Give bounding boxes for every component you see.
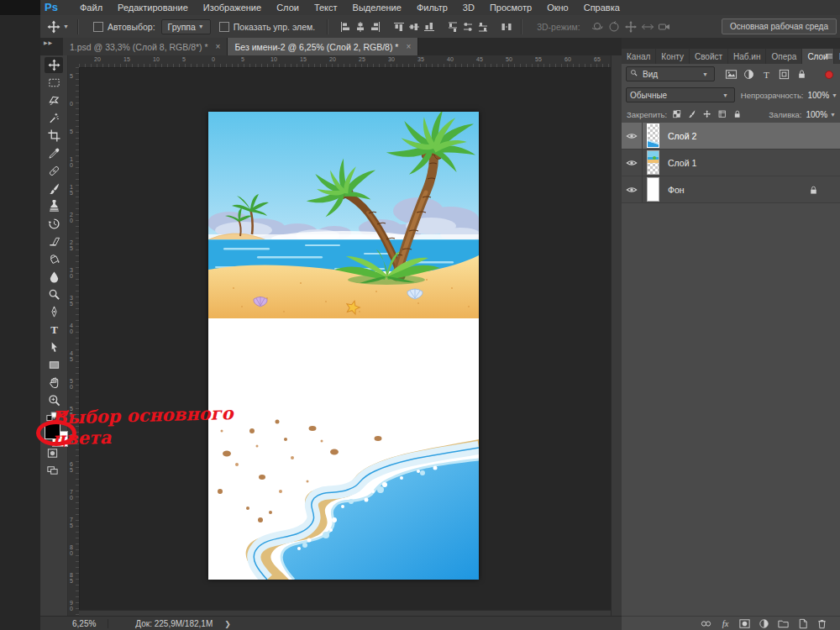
- type-filter-icon[interactable]: T: [760, 68, 773, 81]
- lock-artboard-icon[interactable]: [717, 109, 728, 120]
- document-tab-2[interactable]: Без имени-2 @ 6,25% (Слой 2, RGB/8) *×: [228, 38, 418, 55]
- menu-item-3[interactable]: Слои: [269, 3, 307, 13]
- distribute-vertical-centers-icon[interactable]: [462, 21, 474, 33]
- layer-filter-dropdown[interactable]: Вид ▼: [626, 66, 715, 81]
- distribute-bottom-icon[interactable]: [477, 21, 489, 33]
- chevron-down-icon[interactable]: ▼: [830, 112, 836, 118]
- layer-mask-icon[interactable]: [738, 617, 751, 630]
- path-selection-tool[interactable]: [45, 339, 63, 355]
- rectangular-marquee-tool[interactable]: [45, 75, 63, 91]
- rectangle-tool[interactable]: [45, 357, 63, 373]
- move-tool[interactable]: [45, 57, 63, 73]
- menu-item-8[interactable]: Просмотр: [482, 3, 539, 13]
- align-bottom-edges-icon[interactable]: [423, 21, 435, 33]
- layer-group-icon[interactable]: [777, 617, 790, 630]
- layer-thumbnail[interactable]: [647, 177, 659, 202]
- adjustment-layer-icon[interactable]: [758, 617, 770, 630]
- layer-style-icon[interactable]: fx: [719, 617, 732, 630]
- opacity-value[interactable]: 100%: [807, 91, 829, 100]
- clone-stamp-tool[interactable]: [45, 198, 63, 214]
- delete-layer-icon[interactable]: [816, 617, 828, 630]
- filter-toggle-light[interactable]: [825, 71, 833, 79]
- move-icon[interactable]: [47, 20, 60, 34]
- brush-tool[interactable]: [45, 181, 63, 197]
- panel-tab-Канал[interactable]: Канал: [622, 49, 656, 64]
- align-left-edges-icon[interactable]: [339, 21, 351, 33]
- menu-item-2[interactable]: Изображение: [196, 3, 269, 13]
- hand-tool[interactable]: [45, 375, 63, 391]
- eraser-tool[interactable]: [45, 234, 63, 249]
- auto-select-checkbox[interactable]: [93, 22, 103, 32]
- distribute-top-icon[interactable]: [447, 21, 459, 33]
- show-transform-controls-checkbox[interactable]: [219, 22, 229, 32]
- visibility-toggle[interactable]: [622, 176, 643, 202]
- history-brush-tool[interactable]: [45, 216, 63, 232]
- link-layers-icon[interactable]: [700, 617, 712, 630]
- move-icon[interactable]: [47, 20, 60, 34]
- menu-item-7[interactable]: 3D: [455, 3, 482, 13]
- zoom-level-field[interactable]: 6,25%: [72, 619, 108, 628]
- menu-item-9[interactable]: Окно: [539, 3, 576, 13]
- align-horizontal-centers-icon[interactable]: [354, 21, 366, 33]
- eyedropper-tool[interactable]: [45, 145, 63, 161]
- panel-menu-icon[interactable]: [825, 51, 836, 60]
- new-layer-icon[interactable]: [796, 617, 809, 630]
- adjustment-filter-icon[interactable]: [743, 68, 755, 81]
- menu-item-5[interactable]: Выделение: [345, 3, 409, 13]
- chevron-down-icon[interactable]: ▼: [63, 24, 69, 29]
- align-vertical-centers-icon[interactable]: [408, 21, 420, 33]
- healing-brush-tool[interactable]: [45, 163, 63, 179]
- lock-move-icon[interactable]: [702, 109, 713, 120]
- layer-row-Слой 1[interactable]: Слой 1: [622, 150, 840, 176]
- align-right-edges-icon[interactable]: [370, 21, 381, 33]
- menu-item-1[interactable]: Редактирование: [110, 3, 196, 13]
- panel-tab-Конту[interactable]: Конту: [656, 49, 690, 64]
- menu-item-0[interactable]: Файл: [72, 3, 110, 13]
- document-canvas[interactable]: [208, 112, 479, 580]
- menu-item-4[interactable]: Текст: [307, 3, 345, 13]
- dodge-tool[interactable]: [45, 286, 63, 302]
- blur-tool[interactable]: [45, 269, 63, 285]
- toolbar-collapse-arrows[interactable]: ▶▶: [44, 39, 53, 45]
- lock-all-icon[interactable]: [732, 109, 743, 120]
- layer-thumbnail[interactable]: [647, 123, 659, 148]
- close-icon[interactable]: ×: [406, 42, 411, 51]
- panel-tab-Наб.ин[interactable]: Наб.ин: [728, 49, 766, 64]
- lock-paint-icon[interactable]: [687, 109, 698, 120]
- document-tab-1[interactable]: 1.psd @ 33,3% (Слой 8, RGB/8*) *×: [63, 38, 228, 55]
- image-filter-icon[interactable]: [725, 68, 738, 81]
- status-chevron-icon[interactable]: ❯: [224, 620, 231, 628]
- panel-tab-Опера[interactable]: Опера: [766, 49, 802, 64]
- layer-thumbnail[interactable]: [647, 150, 659, 175]
- distribute-spacing-icon[interactable]: [501, 21, 512, 33]
- align-top-edges-icon[interactable]: [393, 21, 405, 33]
- lasso-tool[interactable]: [45, 92, 63, 108]
- pen-tool[interactable]: [45, 304, 63, 320]
- quick-selection-tool[interactable]: [45, 110, 63, 126]
- menu-item-6[interactable]: Фильтр: [409, 3, 455, 13]
- type-tool[interactable]: T: [45, 322, 63, 338]
- zoom-tool[interactable]: [45, 392, 63, 408]
- workspace-switcher-button[interactable]: Основная рабочая среда: [722, 18, 837, 34]
- screen-mode-button[interactable]: [46, 464, 60, 477]
- close-icon[interactable]: ×: [216, 42, 221, 51]
- layer-name[interactable]: Слой 1: [668, 158, 696, 168]
- menu-item-10[interactable]: Справка: [576, 3, 627, 13]
- layer-name[interactable]: Слой 2: [668, 131, 696, 141]
- crop-tool[interactable]: [45, 128, 63, 144]
- chevron-down-icon[interactable]: ▼: [832, 92, 837, 98]
- layer-name[interactable]: Фон: [668, 185, 685, 195]
- panel-tab-Свойст[interactable]: Свойст: [690, 49, 728, 64]
- paint-bucket-tool[interactable]: [45, 251, 63, 267]
- layer-row-Фон[interactable]: Фон: [622, 176, 840, 203]
- shape-filter-icon[interactable]: [778, 68, 790, 81]
- auto-select-scope-dropdown[interactable]: Группа ▼: [161, 19, 211, 34]
- fill-value[interactable]: 100%: [806, 110, 827, 119]
- visibility-toggle[interactable]: [622, 123, 643, 149]
- smart-object-filter-icon[interactable]: [795, 68, 808, 81]
- layer-row-Слой 2[interactable]: Слой 2: [622, 123, 840, 150]
- lock-icon: [808, 185, 819, 196]
- lock-transparency-icon[interactable]: [672, 109, 683, 120]
- blend-mode-dropdown[interactable]: Обычные ▼: [626, 87, 735, 102]
- visibility-toggle[interactable]: [622, 150, 643, 176]
